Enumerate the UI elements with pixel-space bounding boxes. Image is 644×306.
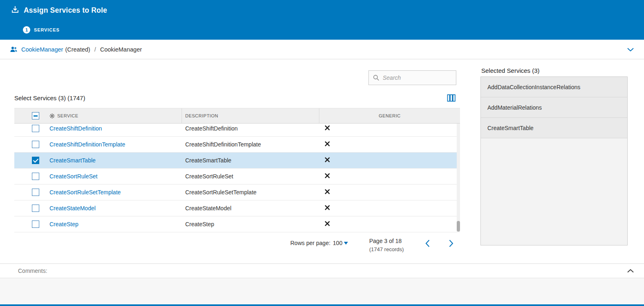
records-count-text: (1747 records) [369, 245, 404, 254]
user-group-icon [10, 46, 18, 52]
comments-bar: Comments: [0, 263, 644, 278]
service-cell: CreateSortRuleSetTemplate [46, 189, 182, 196]
table-row: CreateStateModelCreateStateModel [14, 200, 460, 216]
generic-cell [319, 189, 460, 196]
header-description-cell[interactable]: DESCRIPTION [182, 108, 319, 123]
row-checkbox[interactable] [32, 173, 39, 180]
header-select-cell [29, 112, 46, 119]
row-checkbox[interactable] [32, 205, 39, 212]
table-body-viewport: CreateShiftDefinitionCreateShiftDefiniti… [14, 124, 460, 232]
row-checkbox[interactable] [32, 220, 39, 228]
x-icon [324, 220, 330, 227]
search-icon [373, 74, 379, 81]
generic-column-label: GENERIC [379, 113, 401, 118]
x-icon [324, 125, 330, 131]
row-select-cell [29, 189, 46, 196]
service-link[interactable]: CreateStateModel [49, 205, 96, 212]
comments-label: Comments: [18, 268, 47, 274]
previous-page-button[interactable] [422, 238, 433, 249]
service-link[interactable]: CreateSortRuleSetTemplate [49, 189, 121, 196]
x-icon [324, 173, 330, 179]
service-link[interactable]: CreateStep [49, 221, 79, 227]
service-cell: CreateSortRuleSet [46, 173, 182, 180]
breadcrumb-role-link[interactable]: CookieManager [21, 46, 63, 53]
selected-service-item[interactable]: AddMaterialRelations [481, 97, 627, 118]
table-row: CreateShiftDefinitionCreateShiftDefiniti… [14, 124, 460, 137]
step-number-badge: 1 [23, 26, 30, 34]
description-cell: CreateSmartTable [182, 157, 319, 164]
step-label: SERVICES [34, 27, 60, 32]
chevron-up-icon[interactable] [627, 268, 634, 273]
description-cell: CreateStateModel [182, 205, 319, 212]
description-cell: CreateShiftDefinition [182, 125, 319, 132]
page-number-text: Page 3 of 18 [369, 237, 404, 245]
row-checkbox[interactable] [32, 189, 39, 196]
breadcrumb-role-state: (Created) [65, 46, 90, 53]
header-service-cell[interactable]: SERVICE [46, 108, 182, 123]
dropdown-caret-icon [344, 242, 348, 245]
row-select-cell [29, 125, 46, 132]
description-cell: CreateSortRuleSetTemplate [182, 189, 319, 196]
scrollbar-thumb[interactable] [457, 221, 460, 232]
row-checkbox[interactable] [32, 125, 39, 132]
breadcrumb-separator: / [94, 46, 96, 53]
generic-cell [319, 173, 460, 180]
generic-cell [319, 220, 460, 228]
column-chooser-icon[interactable] [447, 94, 456, 102]
service-cell: CreateShiftDefinitionTemplate [46, 141, 182, 148]
selected-service-item[interactable]: CreateSmartTable [481, 118, 627, 138]
next-page-button[interactable] [446, 238, 456, 249]
table-row: CreateShiftDefinitionTemplateCreateShift… [14, 137, 460, 153]
x-icon [324, 157, 330, 163]
description-cell: CreateSortRuleSet [182, 173, 319, 180]
services-table: SERVICE DESCRIPTION GENERIC CreateShiftD… [14, 108, 460, 232]
assign-icon [11, 5, 19, 15]
selected-services-list: AddDataCollectionInstanceRelationsAddMat… [480, 76, 628, 245]
service-link[interactable]: CreateShiftDefinition [49, 125, 102, 132]
rows-per-page-value: 100 [333, 240, 342, 246]
select-all-checkbox[interactable] [32, 112, 39, 119]
row-select-cell [29, 141, 46, 148]
header-generic-cell[interactable]: GENERIC [319, 113, 460, 118]
service-cell: CreateSmartTable [46, 157, 182, 164]
service-column-label: SERVICE [57, 113, 79, 118]
description-cell: CreateStep [182, 221, 319, 227]
service-link[interactable]: CreateShiftDefinitionTemplate [49, 141, 125, 148]
rows-per-page-select[interactable]: 100 [333, 240, 348, 246]
description-cell: CreateShiftDefinitionTemplate [182, 141, 319, 148]
x-icon [324, 189, 330, 195]
row-checkbox[interactable] [32, 157, 39, 164]
generic-cell [319, 125, 460, 132]
chevron-left-icon [425, 239, 430, 248]
dialog-header: Assign Services to Role 1 SERVICES [0, 0, 644, 40]
breadcrumb: CookieManager (Created) / CookieManager [0, 40, 644, 59]
x-icon [324, 205, 330, 211]
service-link[interactable]: CreateSmartTable [49, 157, 96, 164]
selected-service-item[interactable]: AddDataCollectionInstanceRelations [481, 77, 627, 97]
wizard-step: 1 SERVICES [23, 26, 60, 34]
assign-services-dialog: Assign Services to Role 1 SERVICES Cooki… [0, 0, 644, 306]
bottom-accent-strip [0, 304, 644, 306]
service-cell: CreateStateModel [46, 205, 182, 212]
service-cell: CreateShiftDefinition [46, 125, 182, 132]
rows-per-page-label: Rows per page: [290, 240, 330, 246]
row-checkbox[interactable] [32, 141, 39, 148]
search-input[interactable] [383, 74, 457, 81]
row-select-cell [29, 220, 46, 228]
breadcrumb-current: CookieManager [100, 46, 142, 53]
table-title: Select Services (3) (1747) [14, 94, 85, 101]
title-row: Assign Services to Role [11, 5, 107, 15]
service-link[interactable]: CreateSortRuleSet [49, 173, 98, 180]
row-select-cell [29, 157, 46, 164]
table-body: CreateShiftDefinitionCreateShiftDefiniti… [14, 124, 460, 232]
search-box [368, 70, 456, 85]
table-scrollbar[interactable] [457, 124, 460, 232]
table-row: CreateSortRuleSetTemplateCreateSortRuleS… [14, 184, 460, 200]
x-icon [324, 141, 330, 147]
rows-per-page: Rows per page: 100 [290, 240, 348, 246]
chevron-down-icon[interactable] [627, 47, 634, 52]
generic-cell [319, 157, 460, 164]
dialog-title: Assign Services to Role [24, 6, 107, 15]
service-cell: CreateStep [46, 221, 182, 227]
row-select-cell [29, 205, 46, 212]
